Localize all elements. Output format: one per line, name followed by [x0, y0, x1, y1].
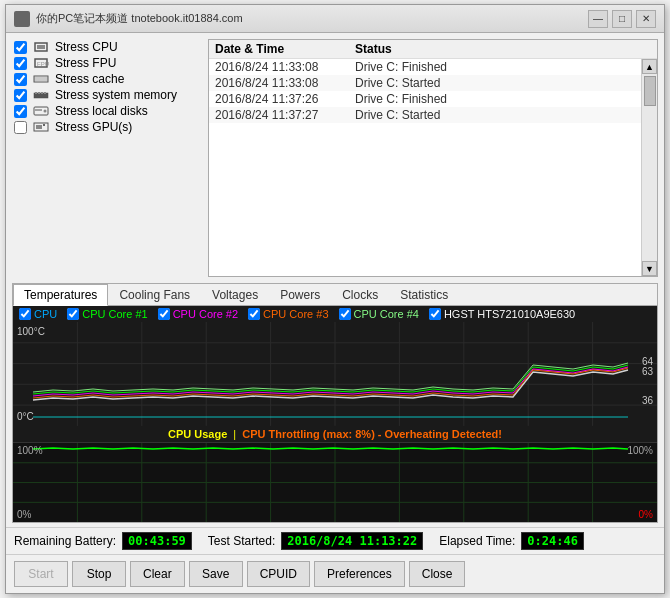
stress-label-cpu: Stress CPU [55, 40, 118, 54]
log-row: 2016/8/24 11:33:08Drive C: Started [209, 75, 641, 91]
app-icon [14, 11, 30, 27]
chart-top-ymid2: 63 [642, 366, 653, 377]
log-row: 2016/8/24 11:33:08Drive C: Finished [209, 59, 641, 75]
stress-checkbox-gpu[interactable] [14, 121, 27, 134]
stress-panel: Stress CPUFPUStress FPUStress cacheStres… [12, 39, 202, 277]
cpu-throttle-label: CPU Throttling (max: 8%) - Overheating D… [242, 428, 502, 440]
svg-text:FPU: FPU [37, 61, 49, 67]
svg-rect-17 [43, 124, 45, 126]
scrollbar-up-arrow[interactable]: ▲ [642, 59, 657, 74]
legend-label-core3: CPU Core #3 [263, 308, 328, 320]
save-button[interactable]: Save [189, 561, 243, 587]
scrollbar-down-arrow[interactable]: ▼ [642, 261, 657, 276]
log-panel: Date & Time Status 2016/8/24 11:33:08Dri… [208, 39, 658, 277]
log-header: Date & Time Status [209, 40, 657, 59]
legend-item-hgst[interactable]: HGST HTS721010A9E630 [429, 308, 575, 320]
legend-item-cpu[interactable]: CPU [19, 308, 57, 320]
log-col-time: Date & Time [215, 42, 355, 56]
stress-checkbox-cpu[interactable] [14, 41, 27, 54]
preferences-button[interactable]: Preferences [314, 561, 405, 587]
stress-item-memory[interactable]: Stress system memory [12, 87, 202, 103]
log-row-status: Drive C: Started [355, 108, 635, 122]
tab-statistics[interactable]: Statistics [389, 284, 459, 305]
stress-icon-gpu [32, 120, 50, 134]
maximize-button[interactable]: □ [612, 10, 632, 28]
legend-item-core1[interactable]: CPU Core #1 [67, 308, 147, 320]
tab-temperatures[interactable]: Temperatures [13, 284, 108, 306]
clear-button[interactable]: Clear [130, 561, 185, 587]
stress-checkbox-memory[interactable] [14, 89, 27, 102]
stress-checkbox-fpu[interactable] [14, 57, 27, 70]
chart-title-bar: CPU Usage | CPU Throttling (max: 8%) - O… [13, 426, 657, 442]
legend-checkbox-core3[interactable] [248, 308, 260, 320]
button-bar: StartStopClearSaveCPUIDPreferencesClose [6, 554, 664, 593]
legend-checkbox-core4[interactable] [339, 308, 351, 320]
legend-row: CPUCPU Core #1CPU Core #2CPU Core #3CPU … [13, 306, 657, 322]
log-row: 2016/8/24 11:37:26Drive C: Finished [209, 91, 641, 107]
stress-icon-fpu: FPU [32, 56, 50, 70]
log-row-status: Drive C: Started [355, 76, 635, 90]
stop-button[interactable]: Stop [72, 561, 126, 587]
legend-label-core2: CPU Core #2 [173, 308, 238, 320]
log-col-status: Status [355, 42, 651, 56]
log-scrollbar[interactable]: ▲ ▼ [641, 59, 657, 276]
stress-checkbox-disks[interactable] [14, 105, 27, 118]
scrollbar-thumb[interactable] [644, 76, 656, 106]
stress-item-cache[interactable]: Stress cache [12, 71, 202, 87]
elapsed-status: Elapsed Time: 0:24:46 [439, 532, 584, 550]
tab-voltages[interactable]: Voltages [201, 284, 269, 305]
svg-rect-9 [38, 92, 40, 94]
battery-status: Remaining Battery: 00:43:59 [14, 532, 192, 550]
cpu-usage-label: CPU Usage [168, 428, 227, 440]
stress-item-fpu[interactable]: FPUStress FPU [12, 55, 202, 71]
stress-item-gpu[interactable]: Stress GPU(s) [12, 119, 202, 135]
svg-rect-10 [41, 92, 43, 94]
test-started-label: Test Started: [208, 534, 275, 548]
log-row-time: 2016/8/24 11:37:27 [215, 108, 355, 122]
scrollbar-track[interactable] [642, 74, 657, 261]
stress-label-disks: Stress local disks [55, 104, 148, 118]
legend-checkbox-hgst[interactable] [429, 308, 441, 320]
window-title: 你的PC笔记本频道 tnotebook.it01884.com [36, 11, 588, 26]
temperature-chart-svg [13, 322, 657, 426]
stress-icon-memory [32, 88, 50, 102]
log-row-status: Drive C: Finished [355, 92, 635, 106]
log-body[interactable]: 2016/8/24 11:33:08Drive C: Finished2016/… [209, 59, 641, 276]
close-button[interactable]: ✕ [636, 10, 656, 28]
tab-powers[interactable]: Powers [269, 284, 331, 305]
stress-item-disks[interactable]: Stress local disks [12, 103, 202, 119]
chart-bot-ymin-left: 0% [17, 509, 31, 520]
legend-item-core2[interactable]: CPU Core #2 [158, 308, 238, 320]
legend-checkbox-core1[interactable] [67, 308, 79, 320]
chart-top-ymin: 0°C [17, 411, 34, 422]
cpuid-button[interactable]: CPUID [247, 561, 310, 587]
title-bar-controls: — □ ✕ [588, 10, 656, 28]
close-button[interactable]: Close [409, 561, 466, 587]
chart-bot-ymin-right: 0% [639, 509, 653, 520]
main-window: 你的PC笔记本频道 tnotebook.it01884.com — □ ✕ St… [5, 4, 665, 594]
stress-label-memory: Stress system memory [55, 88, 177, 102]
stress-checkbox-cache[interactable] [14, 73, 27, 86]
log-row-time: 2016/8/24 11:33:08 [215, 76, 355, 90]
svg-rect-16 [36, 125, 42, 129]
stress-icon-cpu [32, 40, 50, 54]
legend-label-hgst: HGST HTS721010A9E630 [444, 308, 575, 320]
title-bar: 你的PC笔记本频道 tnotebook.it01884.com — □ ✕ [6, 5, 664, 33]
legend-item-core3[interactable]: CPU Core #3 [248, 308, 328, 320]
main-content: Stress CPUFPUStress FPUStress cacheStres… [6, 33, 664, 283]
stress-item-cpu[interactable]: Stress CPU [12, 39, 202, 55]
legend-checkbox-core2[interactable] [158, 308, 170, 320]
minimize-button[interactable]: — [588, 10, 608, 28]
legend-item-core4[interactable]: CPU Core #4 [339, 308, 419, 320]
tab-bar: TemperaturesCooling FansVoltagesPowersCl… [13, 284, 657, 306]
elapsed-value: 0:24:46 [521, 532, 584, 550]
tab-cooling-fans[interactable]: Cooling Fans [108, 284, 201, 305]
tab-clocks[interactable]: Clocks [331, 284, 389, 305]
tabs-section: TemperaturesCooling FansVoltagesPowersCl… [12, 283, 658, 523]
legend-checkbox-cpu[interactable] [19, 308, 31, 320]
svg-rect-1 [37, 45, 45, 49]
test-started-value: 2016/8/24 11:13:22 [281, 532, 423, 550]
status-bar: Remaining Battery: 00:43:59 Test Started… [6, 527, 664, 554]
cpu-usage-chart-svg [13, 443, 657, 522]
test-started-status: Test Started: 2016/8/24 11:13:22 [208, 532, 423, 550]
